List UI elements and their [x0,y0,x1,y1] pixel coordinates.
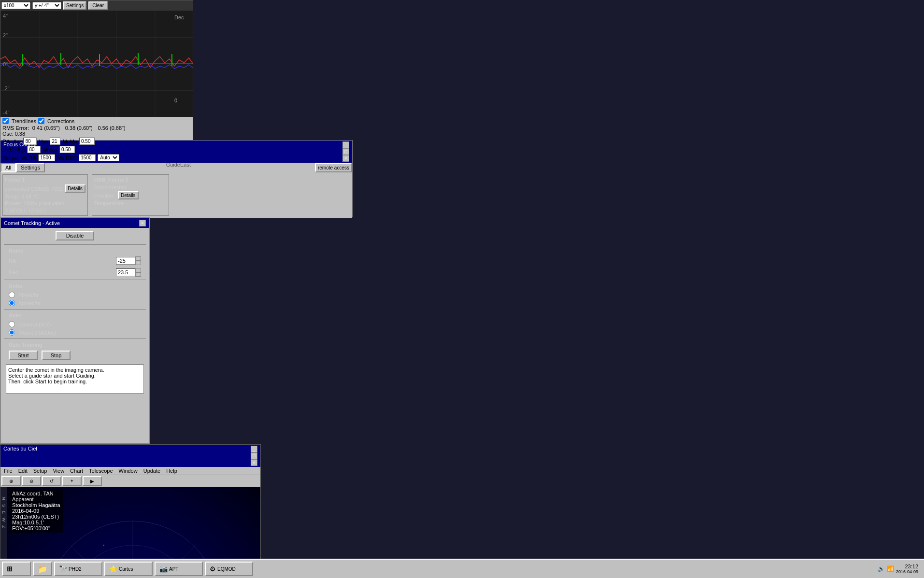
comet-stop-btn[interactable]: Stop [42,351,71,360]
rates-label: Rates [4,246,146,255]
comet-disable-btn[interactable]: Disable [56,231,94,240]
comet-ra-row: RA ▲ ▼ [4,255,146,267]
trendlines-check[interactable]: Trendlines [2,118,36,124]
comet-title: Comet Tracking - Active × [1,218,149,228]
scope-mx-dec-input[interactable] [79,154,96,161]
rms-tot-val: 0.56 (0.88") [98,125,126,131]
focus-settings-tab[interactable]: Settings [16,163,45,172]
scope-mx-ra-input[interactable] [38,154,55,161]
cdc-maximize-btn[interactable]: □ [251,452,257,459]
comet-dec-input[interactable] [116,268,135,276]
focus-all-tab[interactable]: All [0,163,16,172]
cdc-menu-telescope[interactable]: Telescope [86,467,116,474]
comet-dec-up[interactable]: ▲ [135,268,141,272]
guiding-clear-btn[interactable]: Clear [88,1,108,10]
cdc-menu-file[interactable]: File [1,467,15,474]
svg-point-30 [103,545,104,546]
eqmod-icon: ⚙ [210,565,216,573]
dec-mnmo-input[interactable] [59,146,75,153]
start-button[interactable]: ⊞ [2,562,31,576]
comet-close-btn[interactable]: × [139,220,146,226]
cdc-toolbar: ⊕ ⊖ ↺ ⌖ ▶ [0,475,260,487]
guiding-settings-btn[interactable]: Settings [63,1,86,10]
svg-text:-2": -2" [3,85,10,91]
svg-text:0: 0 [174,98,177,103]
svg-text:Dec: Dec [174,14,184,20]
cdc-menu-chart[interactable]: Chart [67,467,86,474]
comet-ra-input[interactable] [116,257,135,265]
cdc-close-btn[interactable]: × [251,459,257,466]
comet-ra-up[interactable]: ▲ [135,256,141,261]
taskbar-item-apt[interactable]: 📷 APT [155,562,203,576]
comet-info-overlay: All/Az coord. TAN Apparent Stockholm Hag… [9,489,63,533]
svg-text:2": 2" [3,32,8,38]
cdc-menu-window[interactable]: Window [116,467,141,474]
taskbar-item-cdc[interactable]: ⭐ Cartes [104,562,153,576]
units-label: Units [4,282,146,290]
phd2-icon: 🔭 [59,565,67,573]
rate-training-label: Rate Training [4,340,146,349]
corrections-check[interactable]: Corrections [38,118,74,124]
axes-label: Axes [4,311,146,320]
svg-text:0": 0" [3,61,8,67]
svg-text:-4": -4" [3,110,10,115]
cdc-panel: Cartes du Ciel _ □ × File Edit Setup Vie… [0,444,261,578]
mount-ra-dec-radio[interactable]: Mount (RA/Dec) [9,329,141,336]
clock-display: 23:12 2016-04-09 [896,564,918,574]
guiding-chart-area: 4" 2" 0" -2" -4" Dec 0 [0,11,193,117]
scope-auto-select[interactable]: Auto [98,154,119,161]
comet-instructions: Center the comet in the imaging camera. … [6,365,144,394]
cdc-menu-setup[interactable]: Setup [30,467,50,474]
focus1-label: Focus 1 [5,177,85,183]
remote-access-btn[interactable]: remote access [315,163,352,172]
apt-icon: 📷 [159,565,168,573]
comet-start-btn[interactable]: Start [9,351,38,360]
guiding-chart-svg: 4" 2" 0" -2" -4" Dec 0 [0,11,193,117]
windows-icon: ⊞ [7,565,13,573]
system-tray: 🔊 📶 23:12 2016-04-09 [874,564,922,574]
usb-focus2-label: USB_Focus 2 [94,177,167,183]
cdc-menu-help[interactable]: Help [163,467,180,474]
focus-maximize-btn[interactable]: □ [342,148,349,155]
cdc-tb-4[interactable]: ⌖ [62,476,82,486]
focus-close-btn[interactable]: × [342,155,349,162]
cdc-tb-5[interactable]: ▶ [83,476,102,486]
cdc-menu-update[interactable]: Update [141,467,163,474]
cdc-minimize-btn[interactable]: _ [251,446,257,452]
cdc-menu-view[interactable]: View [50,467,67,474]
focus-minimize-btn[interactable]: _ [342,141,349,148]
taskbar-item-phd2[interactable]: 🔭 PHD2 [54,562,102,576]
taskbar-item-filemanager[interactable]: 📁 [33,562,52,576]
rms-dec-val: 0.38 (0.60") [65,125,93,131]
svg-text:4": 4" [3,13,8,19]
guiding-chart-panel: x100 y:+/-4" Settings Clear [0,0,193,140]
arcsec-per-hr-radio[interactable]: Arcsec/hr [9,300,141,306]
taskbar: ⊞ 📁 🔭 PHD2 ⭐ Cartes 📷 APT ⚙ EQMOD 🔊 📶 23… [0,559,924,578]
cdc-tb-1[interactable]: ⊕ [1,476,21,486]
comet-dec-dn[interactable]: ▼ [135,272,141,277]
camera-xy-radio[interactable]: Camera (X/Y) [9,321,141,327]
guiding-toolbar: x100 y:+/-4" Settings Clear [0,0,193,11]
volume-icon: 📶 [887,565,894,572]
taskbar-item-eqmod[interactable]: ⚙ EQMOD [205,562,253,576]
guiding-scale-x[interactable]: x100 [1,2,30,9]
comet-dialog: Comet Tracking - Active × Disable Rates … [0,217,150,444]
comet-dec-row: Dec ▲ ▼ [4,267,146,278]
cdc-menu-edit[interactable]: Edit [15,467,30,474]
cdc-menubar: File Edit Setup View Chart Telescope Win… [0,467,260,475]
cdc-tb-3[interactable]: ↺ [42,476,61,486]
ra-mnmo-input[interactable] [79,138,95,145]
usb-focus2-details-btn[interactable]: Details [118,191,139,199]
focus1-details-btn[interactable]: Details [65,184,85,193]
rms-osc: Osc: 0.38 [2,131,25,137]
pixels-per-hr-radio[interactable]: Pixels/hr [9,292,141,298]
folder-icon: 📁 [38,564,47,574]
rms-ra-val: 0.41 (0.65") [32,125,60,131]
cdc-titlebar: Cartes du Ciel _ □ × [0,445,260,467]
guiding-scale-y[interactable]: y:+/-4" [32,2,61,9]
cdc-icon: ⭐ [109,565,117,573]
ra-hys-input[interactable] [50,138,60,145]
cdc-tb-2[interactable]: ⊖ [22,476,41,486]
network-icon: 🔊 [878,565,885,572]
comet-ra-dn[interactable]: ▼ [135,261,141,265]
